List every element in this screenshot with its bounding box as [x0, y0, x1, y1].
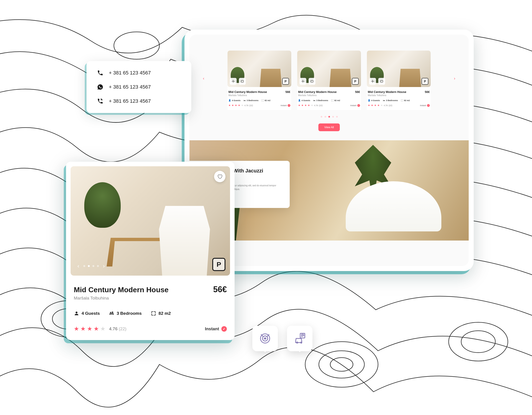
chevron-left-icon[interactable]: ‹ [77, 263, 79, 269]
listing-location: Maršala Tolbuhina [368, 94, 430, 97]
phone-number: + 381 65 123 4567 [109, 84, 151, 90]
carousel-prev[interactable]: ‹ [201, 76, 206, 81]
amenity-icon [299, 78, 306, 85]
listing-price: 56€ [355, 90, 360, 94]
svg-rect-13 [311, 80, 313, 82]
contact-card: + 381 65 123 4567 + 381 65 123 4567 + 38… [86, 61, 191, 113]
listing-stats: 👤 4 Guests 🛏 3 Bedrooms ⛶ 82 m2 [298, 99, 360, 102]
listing-price: 56€ [285, 90, 290, 94]
listing-rating: ★★★★★ 4.76 (22) [298, 104, 323, 107]
svg-rect-11 [241, 80, 244, 82]
listing-title: Mid Century Modern House [368, 90, 406, 94]
featured-rating: ★★★★★ 4.76 (22) [74, 325, 126, 332]
parking-badge: P [212, 258, 226, 271]
amenity-icon [378, 78, 385, 85]
parking-icon: P [352, 78, 359, 85]
svg-point-12 [303, 81, 303, 82]
heart-icon [217, 174, 222, 179]
area-icon [151, 311, 156, 316]
listing-location: Maršala Tolbuhina [228, 94, 290, 97]
favorite-button[interactable] [214, 171, 226, 182]
svg-point-8 [461, 331, 495, 353]
amenity-icon [230, 78, 237, 85]
listing-title: Mid Century Modern House [228, 90, 267, 94]
check-icon: ✓ [221, 326, 227, 332]
carousel-dots[interactable] [190, 116, 469, 117]
bed-icon [109, 311, 114, 316]
listing-stats: 👤 4 Guests 🛏 3 Bedrooms ⛶ 82 m2 [368, 99, 430, 102]
svg-point-10 [233, 81, 234, 82]
view-all-button[interactable]: View All [318, 124, 340, 131]
svg-point-7 [449, 322, 508, 361]
phone-icon [97, 70, 103, 76]
svg-point-18 [264, 338, 266, 339]
chevron-right-icon[interactable]: › [103, 263, 105, 269]
featured-listing-image: P ‹ › [71, 166, 230, 276]
featured-instant-badge: Instant✓ [205, 326, 227, 332]
target-tooltip[interactable] [252, 326, 278, 351]
listing-card[interactable]: P Mid Century Modern House 56€ Maršala T… [297, 51, 361, 110]
car-parking-icon [294, 332, 306, 345]
call-icon [97, 98, 103, 104]
parking-icon: P [422, 78, 428, 85]
person-icon [74, 311, 79, 316]
contact-whatsapp[interactable]: + 381 65 123 4567 [97, 84, 181, 90]
listing-rating: ★★★★★ 4.76 (22) [228, 104, 253, 107]
featured-location: Maršala Tolbuhina [74, 296, 227, 301]
image-carousel-nav[interactable]: ‹ › [77, 263, 105, 269]
featured-title: Mid Century Modern House [74, 286, 169, 294]
svg-rect-15 [380, 80, 383, 82]
listing-image: P [367, 51, 431, 87]
phone-number: + 381 65 123 4567 [109, 70, 151, 76]
contact-viber[interactable]: + 381 65 123 4567 [97, 98, 181, 104]
featured-listing-card[interactable]: P ‹ › Mid Century Modern House 56€ Marša… [66, 162, 235, 340]
amenity-icon [369, 78, 376, 85]
target-icon [259, 332, 271, 345]
parking-tooltip[interactable] [287, 326, 313, 351]
listing-location: Maršala Tolbuhina [298, 94, 360, 97]
carousel-next[interactable]: › [452, 76, 457, 81]
svg-point-9 [114, 32, 159, 59]
listing-card[interactable]: P Mid Century Modern House 56€ Maršala T… [228, 51, 291, 110]
listings-row: P Mid Century Modern House 56€ Maršala T… [190, 35, 469, 114]
contact-phone[interactable]: + 381 65 123 4567 [97, 70, 181, 76]
map-tooltip-chips [252, 326, 313, 351]
parking-icon: P [282, 78, 289, 85]
instant-badge: Instant✓ [420, 104, 430, 107]
amenity-icon [239, 78, 246, 85]
featured-price: 56€ [213, 285, 227, 294]
phone-number: + 381 65 123 4567 [109, 98, 151, 104]
listing-stats: 👤 4 Guests 🛏 3 Bedrooms ⛶ 82 m2 [228, 99, 290, 102]
amenity-icon [309, 78, 315, 85]
listing-image: P [228, 51, 291, 87]
listing-image: P [297, 51, 361, 87]
whatsapp-icon [97, 84, 103, 90]
instant-badge: Instant✓ [281, 104, 290, 107]
listing-price: 56€ [425, 90, 430, 94]
featured-stats: 4 Guests 3 Bedrooms 82 m2 [74, 311, 227, 316]
listing-card[interactable]: P Mid Century Modern House 56€ Maršala T… [367, 51, 431, 110]
instant-badge: Instant✓ [350, 104, 360, 107]
listing-title: Mid Century Modern House [298, 90, 337, 94]
listing-rating: ★★★★★ 4.76 (22) [368, 104, 392, 107]
svg-point-14 [372, 81, 373, 82]
